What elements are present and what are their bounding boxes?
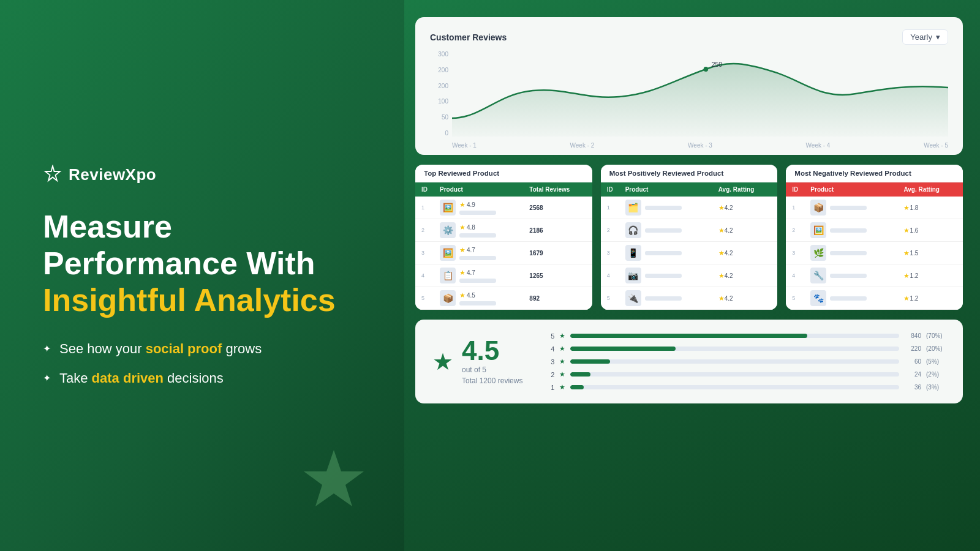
bullet-item-1: ✦ See how your social proof grows [43,341,361,357]
row-product: 🖼️ ★4.7 [434,242,523,264]
row-id: 3 [786,242,804,264]
row-id: 4 [786,264,804,287]
product-thumb: 📋 [440,268,456,283]
product-thumb: 🗂️ [625,200,641,216]
bullet-diamond-2: ✦ [43,372,51,384]
bar-track [570,347,899,351]
rating-bar-row: 4 ★ 220 (20%) [547,345,946,353]
row-reviews: 2568 [523,197,592,219]
left-panel: ReviewXpo Measure Performance With Insig… [0,0,404,551]
row-rating: ★4.2 [712,242,778,264]
most-negative-body: 1 📦 ★1.8 2 🖼️ ★1.6 3 🌿 [786,197,963,310]
table-row: 2 ⚙️ ★4.8 2186 [415,219,592,242]
col-id-2: ID [601,182,619,197]
table-row: 5 🔌 ★4.2 [601,287,778,310]
col-product-2: Product [619,182,712,197]
bar-track [570,334,899,338]
row-product: 📱 [619,242,712,264]
most-positive-header: Most Positively Reviewed Product [601,165,778,182]
table-row: 4 🔧 ★1.2 [786,264,963,287]
bullet-text-1: See how your social proof grows [59,341,262,357]
row-id: 5 [601,287,619,310]
table-row: 2 🎧 ★4.2 [601,219,778,242]
rating-card: ★ 4.5 out of 5 Total 1200 reviews 5 ★ 84… [415,320,963,403]
svg-text:250: 250 [712,61,722,68]
row-product: 📷 [619,264,712,287]
most-positive-table: ID Product Avg. Ratting 1 🗂️ ★4.2 2 [601,182,778,310]
bar-track [570,372,899,377]
bar-pct: (3%) [926,384,946,391]
table-row: 5 📦 ★4.5 892 [415,287,592,310]
row-id: 4 [601,264,619,287]
bar-count: 840 [904,332,921,339]
bar-count: 36 [904,384,921,391]
most-positive-card: Most Positively Reviewed Product ID Prod… [601,165,778,310]
star-icon-sm: ★ [559,383,565,391]
table-row: 1 🗂️ ★4.2 [601,197,778,219]
svg-point-3 [704,67,709,72]
product-thumb: 🔌 [625,290,641,306]
rating-bar-row: 1 ★ 36 (3%) [547,383,946,391]
row-product: 🌿 [804,242,897,264]
product-thumb: 🖼️ [440,200,456,216]
bar-pct: (2%) [926,371,946,378]
right-panel: Customer Reviews Yearly ▾ 300 200 200 10… [404,0,980,551]
star-label: 3 [547,358,554,365]
row-id: 2 [415,219,434,242]
table-row: 5 🐾 ★1.2 [786,287,963,310]
bar-pct: (20%) [926,345,946,352]
logo-icon [43,165,62,184]
most-negative-thead: ID Product Avg. Ratting [786,182,963,197]
most-negative-table: ID Product Avg. Ratting 1 📦 ★1.8 2 [786,182,963,310]
chart-area: 300 200 200 100 50 0 [430,51,948,149]
top-reviewed-header: Top Reviewed Product [415,165,592,182]
chart-title: Customer Reviews [430,32,507,42]
bar-track [570,385,899,389]
star-label: 1 [547,384,554,391]
row-id: 2 [786,219,804,242]
bar-count: 220 [904,345,921,352]
rating-bars: 5 ★ 840 (70%) 4 ★ 220 (20%) 3 ★ 60 (5%) … [547,332,946,391]
star-label: 4 [547,345,554,353]
row-product: 🖼️ [804,219,897,242]
bar-fill [570,347,676,351]
bullet-list: ✦ See how your social proof grows ✦ Take… [43,341,361,386]
headline-highlight: Insightful Analytics [43,282,361,319]
row-id: 3 [415,242,434,264]
table-row: 2 🖼️ ★1.6 [786,219,963,242]
row-id: 1 [415,197,434,219]
row-product: 📦 [804,197,897,219]
col-id-1: ID [415,182,434,197]
product-thumb: 📷 [625,268,641,283]
top-reviewed-table: ID Product Total Reviews 1 🖼️ ★4.9 2 [415,182,592,310]
col-product-1: Product [434,182,523,197]
col-rating-2: Avg. Ratting [712,182,778,197]
table-row: 1 🖼️ ★4.9 2568 [415,197,592,219]
rating-bar-row: 2 ★ 24 (2%) [547,370,946,378]
most-positive-body: 1 🗂️ ★4.2 2 🎧 ★4.2 3 📱 [601,197,778,310]
row-reviews: 892 [523,287,592,310]
row-product: 🗂️ [619,197,712,219]
chart-y-labels: 300 200 200 100 50 0 [430,51,452,137]
col-reviews-1: Total Reviews [523,182,592,197]
most-positive-title: Most Positively Reviewed Product [609,170,724,177]
product-thumb: 📱 [625,245,641,261]
table-row: 3 📱 ★4.2 [601,242,778,264]
logo: ReviewXpo [43,165,361,184]
bar-fill [570,385,583,389]
rating-score: 4.5 [462,337,522,364]
row-product: 🎧 [619,219,712,242]
row-rating: ★1.5 [897,242,963,264]
chart-dropdown[interactable]: Yearly ▾ [902,29,948,45]
most-negative-card: Most Negatively Reviewed Product ID Prod… [786,165,963,310]
rating-bar-row: 5 ★ 840 (70%) [547,332,946,340]
row-reviews: 2186 [523,219,592,242]
row-product: ⚙️ ★4.8 [434,219,523,242]
bar-fill [570,334,807,338]
row-product: 📦 ★4.5 [434,287,523,310]
row-product: 🐾 [804,287,897,310]
top-reviewed-card: Top Reviewed Product ID Product Total Re… [415,165,592,310]
product-thumb: 📦 [810,200,826,216]
table-row: 3 🖼️ ★4.7 1679 [415,242,592,264]
row-rating: ★4.2 [712,264,778,287]
